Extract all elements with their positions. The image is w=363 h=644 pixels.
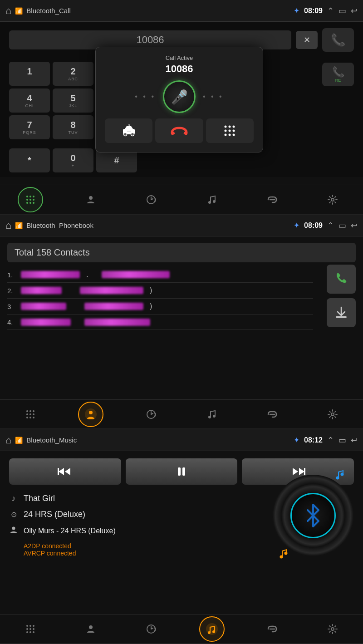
nav-recent-music[interactable] — [138, 616, 164, 642]
a2dp-status: A2DP connected — [24, 542, 263, 550]
nav-music[interactable] — [199, 187, 225, 212]
svg-point-13 — [233, 130, 235, 132]
mute-button[interactable]: 🎤 — [163, 80, 196, 113]
contact-row[interactable]: 1. . — [7, 267, 313, 283]
bluetooth-logo — [303, 503, 324, 528]
prev-button[interactable] — [9, 458, 121, 485]
back-icon-pb[interactable]: ↩ — [351, 221, 358, 231]
nav-settings-pb[interactable] — [320, 402, 345, 427]
dots-right: • • • — [203, 93, 224, 101]
expand-icon[interactable]: ⌃ — [327, 6, 334, 16]
contact-row[interactable]: 3 ) — [7, 299, 313, 315]
key-star[interactable]: * — [9, 148, 50, 172]
svg-point-77 — [208, 631, 211, 634]
nav-dialpad[interactable] — [18, 187, 43, 212]
nav-contacts-pb[interactable] — [78, 402, 103, 427]
contact-row[interactable]: 4. — [7, 315, 313, 330]
svg-point-17 — [26, 196, 28, 197]
key-8[interactable]: 8 TUV — [53, 115, 93, 139]
nav-music-pb[interactable] — [199, 402, 225, 427]
phone-call-icon — [334, 272, 348, 286]
phonebook-call-button[interactable] — [327, 265, 356, 294]
status-bar-right: ✦ 08:09 ⌃ ▭ ↩ — [294, 6, 358, 16]
key-5[interactable]: 5 JKL — [53, 88, 93, 113]
key-4[interactable]: 4 GHI — [9, 88, 50, 113]
modal-mute-row: • • • 🎤 • • • — [105, 80, 254, 113]
nav-link-music[interactable] — [260, 616, 285, 642]
keypad-button[interactable] — [206, 118, 254, 143]
contacts-header: Total 158 Contacts — [7, 243, 356, 262]
svg-point-65 — [29, 625, 31, 627]
expand-icon-pb[interactable]: ⌃ — [327, 221, 334, 231]
nav-contacts[interactable] — [78, 187, 103, 212]
artist-icon — [9, 526, 18, 536]
svg-point-23 — [26, 202, 28, 204]
pause-button[interactable] — [126, 458, 238, 485]
music-icon-pb — [206, 409, 217, 420]
svg-rect-54 — [178, 467, 181, 476]
nav-recent[interactable] — [138, 187, 164, 212]
window-icon[interactable]: ▭ — [338, 6, 346, 16]
nav-dialpad-pb[interactable] — [18, 402, 43, 427]
nav-dialpad-music[interactable] — [18, 616, 43, 642]
hangup-button[interactable] — [155, 118, 203, 143]
status-bar-right-pb: ✦ 08:09 ⌃ ▭ ↩ — [294, 221, 358, 231]
svg-point-59 — [12, 527, 15, 530]
svg-marker-1 — [125, 126, 133, 129]
contact-row[interactable]: 2. ) — [7, 283, 313, 299]
album-name: 24 HRS (Deluxe) — [24, 510, 85, 519]
window-icon-music[interactable]: ▭ — [338, 435, 346, 445]
svg-point-70 — [26, 631, 28, 633]
phonebook-download-button[interactable] — [327, 298, 356, 327]
dialpad-main-area: 10086 ✕ 📞 1 2 ABC 3 DEF 4 GHI — [0, 22, 363, 177]
nav-link-pb[interactable] — [260, 402, 285, 427]
panel-bluetooth-phonebook: ⌂ 📶 Bluetooth_Phonebook ✦ 08:09 ⌃ ▭ ↩ To… — [0, 215, 363, 429]
key-0[interactable]: 0 + — [53, 148, 93, 172]
nav-recent-pb[interactable] — [138, 402, 164, 427]
key-7[interactable]: 7 PQRS — [9, 115, 50, 139]
svg-point-48 — [213, 415, 216, 418]
svg-point-60 — [336, 477, 339, 480]
key-1[interactable]: 1 — [9, 62, 50, 86]
car-mode-button[interactable]: )) — [105, 118, 152, 143]
artist-name-row: Olly Murs - 24 HRS (Deluxe) — [9, 526, 263, 536]
contacts-icon — [85, 194, 96, 205]
svg-point-18 — [29, 196, 31, 197]
contact-index-2: 2. — [7, 287, 16, 295]
album-icon: ⊙ — [9, 510, 18, 519]
nav-music-active[interactable] — [199, 616, 225, 642]
signal-icon-pb: 📶 — [15, 222, 23, 229]
nav-link[interactable] — [260, 187, 285, 212]
download-icon — [334, 305, 348, 320]
status-bar-phonebook: ⌂ 📶 Bluetooth_Phonebook ✦ 08:09 ⌃ ▭ ↩ — [0, 215, 363, 236]
back-icon-music[interactable]: ↩ — [351, 435, 358, 445]
svg-text:)): )) — [128, 124, 130, 126]
home-icon[interactable]: ⌂ — [5, 5, 11, 17]
status-bar-left-pb: ⌂ 📶 Bluetooth_Phonebook — [5, 220, 93, 231]
home-icon-music[interactable]: ⌂ — [5, 434, 11, 446]
contact-phone-4 — [84, 319, 150, 326]
svg-rect-33 — [336, 316, 347, 318]
redial-button[interactable]: 📞 RE — [322, 63, 354, 86]
link-icon-pb — [266, 410, 278, 419]
nav-settings-music[interactable] — [320, 616, 345, 642]
svg-point-66 — [33, 625, 34, 627]
home-icon-pb[interactable]: ⌂ — [5, 220, 11, 231]
nav-settings[interactable] — [320, 187, 345, 212]
delete-button[interactable]: ✕ — [296, 31, 318, 49]
svg-point-68 — [29, 628, 31, 630]
dialpad-icon — [25, 194, 36, 205]
nav-contacts-music[interactable] — [78, 616, 103, 642]
svg-point-44 — [89, 411, 93, 414]
svg-rect-55 — [182, 467, 185, 476]
svg-point-3 — [131, 133, 134, 136]
svg-point-42 — [33, 417, 34, 418]
key-2[interactable]: 2 ABC — [53, 62, 93, 86]
window-icon-pb[interactable]: ▭ — [338, 221, 346, 231]
expand-icon-music[interactable]: ⌃ — [327, 435, 334, 445]
back-icon[interactable]: ↩ — [351, 6, 358, 16]
panel-bluetooth-music: ⌂ 📶 Bluetooth_Music ✦ 08:12 ⌃ ▭ ↩ — [0, 429, 363, 644]
svg-point-69 — [33, 628, 34, 630]
dots-left: • • • — [135, 93, 156, 101]
call-button-1[interactable]: 📞 — [322, 28, 354, 52]
